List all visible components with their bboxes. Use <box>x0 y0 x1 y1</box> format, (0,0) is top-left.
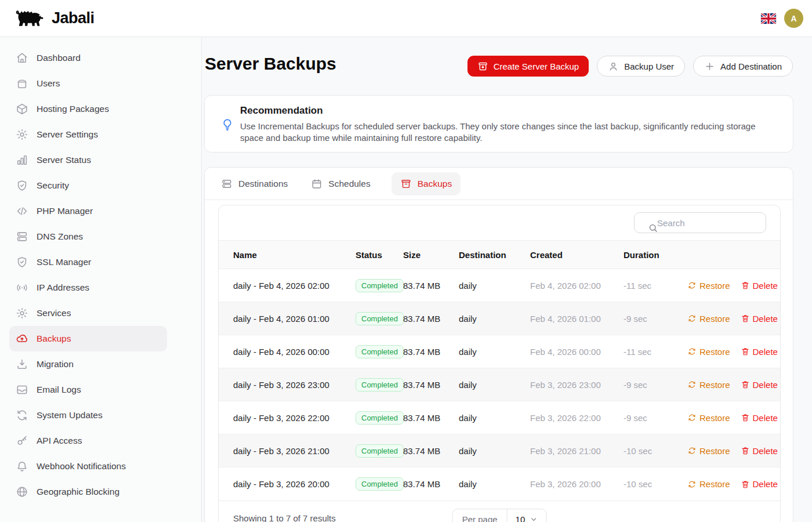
delete-button[interactable]: Delete <box>741 281 778 291</box>
backup-name: daily - Feb 3, 2026 23:00 <box>233 380 356 390</box>
backups-card: DestinationsSchedulesBackups NameStatusS… <box>204 167 793 522</box>
sidebar-item-system-updates[interactable]: System Updates <box>9 403 167 428</box>
gear-icon <box>16 128 28 141</box>
shield-check-icon <box>16 179 28 192</box>
shield-check-icon <box>16 256 28 269</box>
delete-button[interactable]: Delete <box>741 380 778 390</box>
sidebar-item-label: Server Settings <box>37 129 98 140</box>
table-row: daily - Feb 4, 2026 01:00Completed83.74 … <box>219 302 780 335</box>
add-destination-button[interactable]: Add Destination <box>693 56 793 77</box>
backup-destination: daily <box>459 446 530 456</box>
sidebar-item-security[interactable]: Security <box>9 173 167 198</box>
sidebar-item-api-access[interactable]: API Access <box>9 428 167 454</box>
column-header-name: Name <box>233 250 356 260</box>
status-badge: Completed <box>356 444 404 458</box>
recommendation-body: Use Incremental Backups for scheduled se… <box>240 121 768 144</box>
sidebar-item-ip-addresses[interactable]: IP Addresses <box>9 275 167 300</box>
sidebar-item-backups[interactable]: Backups <box>9 326 167 351</box>
chevron-down-icon <box>529 515 538 522</box>
delete-button[interactable]: Delete <box>741 446 778 456</box>
tab-destinations[interactable]: Destinations <box>219 172 290 195</box>
column-header-size: Size <box>403 250 459 260</box>
restore-button[interactable]: Restore <box>687 314 730 324</box>
sidebar-item-label: Dashboard <box>37 53 81 63</box>
sidebar-item-server-settings[interactable]: Server Settings <box>9 122 167 147</box>
table-row: daily - Feb 3, 2026 22:00Completed83.74 … <box>219 401 780 434</box>
search-input[interactable] <box>634 212 766 233</box>
backup-name: daily - Feb 4, 2026 01:00 <box>233 314 356 324</box>
sidebar-item-migration[interactable]: Migration <box>9 351 167 377</box>
sidebar-item-php-manager[interactable]: PHP Manager <box>9 198 167 224</box>
backup-size: 83.74 MB <box>403 413 459 423</box>
sidebar-item-label: Backups <box>37 334 71 344</box>
sidebar-item-services[interactable]: Services <box>9 300 167 326</box>
sidebar-item-email-logs[interactable]: Email Logs <box>9 377 167 403</box>
backup-destination: daily <box>459 347 530 357</box>
language-flag-icon[interactable] <box>761 13 776 24</box>
sidebar-item-webhook-notifications[interactable]: Webhook Notifications <box>9 454 167 479</box>
row-actions: RestoreDelete <box>687 380 778 390</box>
pagination-bar: Showing 1 to 7 of 7 results Per page 10 <box>219 501 780 522</box>
create-server-backup-button[interactable]: Create Server Backup <box>467 56 589 77</box>
per-page-select[interactable]: 10 <box>507 509 546 522</box>
restore-button[interactable]: Restore <box>687 380 730 390</box>
key-icon <box>16 434 28 447</box>
page-actions: Create Server BackupBackup UserAdd Desti… <box>467 56 793 77</box>
storage-bin-icon <box>16 77 28 90</box>
restore-button[interactable]: Restore <box>687 413 730 423</box>
refresh-cycle-icon <box>16 409 28 422</box>
backup-name: daily - Feb 4, 2026 02:00 <box>233 281 356 291</box>
inbox-icon <box>16 383 28 396</box>
backup-created: Feb 3, 2026 20:00 <box>530 479 624 489</box>
sidebar-item-geographic-blocking[interactable]: Geographic Blocking <box>9 479 167 505</box>
globe-icon <box>16 485 28 498</box>
backup-name: daily - Feb 3, 2026 20:00 <box>233 479 356 489</box>
tab-backups[interactable]: Backups <box>392 172 461 195</box>
sidebar-item-ssl-manager[interactable]: SSL Manager <box>9 249 167 275</box>
restore-button[interactable]: Restore <box>687 281 730 291</box>
backup-size: 83.74 MB <box>403 380 459 390</box>
top-right-controls: A <box>761 9 812 28</box>
backup-duration: -10 sec <box>624 446 687 456</box>
backup-duration: -9 sec <box>624 380 687 390</box>
table-body: daily - Feb 4, 2026 02:00Completed83.74 … <box>219 269 780 501</box>
backup-user-button[interactable]: Backup User <box>597 56 685 77</box>
sidebar-item-label: Webhook Notifications <box>37 461 126 472</box>
row-actions: RestoreDelete <box>687 446 778 456</box>
sidebar-item-server-status[interactable]: Server Status <box>9 147 167 173</box>
restore-button[interactable]: Restore <box>687 479 730 489</box>
table-row: daily - Feb 4, 2026 02:00Completed83.74 … <box>219 269 780 302</box>
row-actions: RestoreDelete <box>687 347 778 357</box>
sidebar-item-hosting-packages[interactable]: Hosting Packages <box>9 96 167 122</box>
calendar-icon <box>311 178 322 190</box>
backup-size: 83.74 MB <box>403 479 459 489</box>
button-label: Add Destination <box>720 61 782 71</box>
column-header-duration: Duration <box>624 250 687 260</box>
cloud-upload-icon <box>16 332 28 345</box>
restore-button[interactable]: Restore <box>687 446 730 456</box>
app-window: Jabali A DashboardUsersHosting PackagesS… <box>0 0 812 522</box>
recommendation-title: Recommendation <box>240 105 323 117</box>
sidebar-item-users[interactable]: Users <box>9 71 167 96</box>
delete-button[interactable]: Delete <box>741 479 778 489</box>
backup-created: Feb 3, 2026 23:00 <box>530 380 624 390</box>
status-badge: Completed <box>356 312 404 325</box>
backups-table-container: NameStatusSizeDestinationCreatedDuration… <box>218 205 781 522</box>
tab-schedules[interactable]: Schedules <box>309 172 372 195</box>
sidebar-item-label: Security <box>37 180 69 191</box>
delete-button[interactable]: Delete <box>741 314 778 324</box>
column-header-created: Created <box>530 250 624 260</box>
sidebar-nav: DashboardUsersHosting PackagesServer Set… <box>0 45 201 505</box>
table-row: daily - Feb 4, 2026 00:00Completed83.74 … <box>219 335 780 368</box>
table-row: daily - Feb 3, 2026 21:00Completed83.74 … <box>219 434 780 467</box>
delete-button[interactable]: Delete <box>741 347 778 357</box>
avatar[interactable]: A <box>784 9 803 28</box>
per-page-control[interactable]: Per page 10 <box>452 509 547 522</box>
delete-button[interactable]: Delete <box>741 413 778 423</box>
sidebar-item-dns-zones[interactable]: DNS Zones <box>9 224 167 249</box>
bar-chart-icon <box>16 154 28 166</box>
bell-icon <box>16 460 28 473</box>
sidebar-item-dashboard[interactable]: Dashboard <box>9 45 167 71</box>
restore-button[interactable]: Restore <box>687 347 730 357</box>
status-badge: Completed <box>356 378 404 392</box>
